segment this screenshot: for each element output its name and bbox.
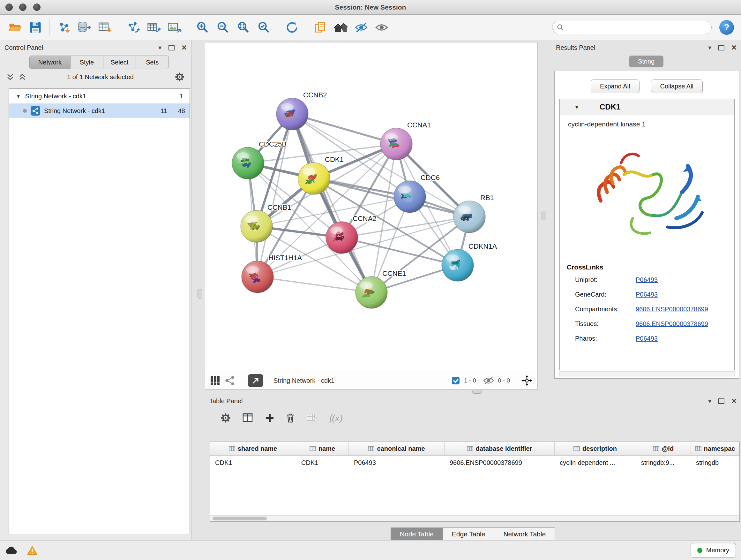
gear-icon[interactable] — [175, 72, 185, 82]
title-bar: Session: New Session — [0, 0, 741, 15]
home-button[interactable] — [332, 17, 350, 38]
results-panel: Results Panel ▾ × String Expand All Coll… — [551, 40, 741, 379]
zoom-in-button[interactable] — [193, 17, 212, 38]
help-button[interactable]: ? — [719, 20, 734, 35]
tab-node-table[interactable]: Node Table — [391, 527, 443, 541]
table-row[interactable]: CDK1 CDK1 P06493 9606.ENSP00000378699 cy… — [210, 455, 739, 470]
disclosure-triangle-icon[interactable]: ▼ — [16, 94, 21, 99]
network-node-CCNB2[interactable]: CCNB2 — [276, 91, 327, 130]
string-results-box: Expand All Collapse All ▼ CDK1 cyclin-de… — [554, 71, 739, 379]
panel-float-icon[interactable] — [718, 45, 724, 51]
tab-string[interactable]: String — [629, 56, 664, 67]
network-node-RB1[interactable]: RB1 — [454, 194, 494, 233]
network-node-CDKN1A[interactable]: CDKN1A — [442, 242, 497, 281]
tab-sets[interactable]: Sets — [136, 56, 169, 69]
memory-button[interactable]: Memory — [690, 543, 736, 558]
grid-view-icon[interactable] — [210, 376, 220, 385]
network-node-CCNB1[interactable]: CCNB1 — [241, 203, 291, 242]
disclosure-triangle-icon[interactable]: ▼ — [575, 105, 579, 110]
column-header[interactable]: @id — [636, 442, 691, 455]
toolbar-separator — [188, 18, 188, 37]
cloud-icon[interactable] — [5, 546, 17, 555]
show-panel-button[interactable] — [373, 17, 391, 38]
collapse-all-button[interactable]: Collapse All — [651, 79, 703, 93]
selected-count: 1 - 0 — [464, 377, 476, 384]
crosslink-link[interactable]: 9606.ENSP00000378699 — [636, 306, 708, 313]
export-image-button[interactable] — [165, 17, 183, 38]
tab-style[interactable]: Style — [71, 56, 104, 69]
column-header[interactable]: name — [296, 442, 349, 455]
protein-description: cyclin-dependent kinase 1 — [560, 115, 734, 128]
hidden-eye-slash-icon[interactable] — [483, 376, 494, 385]
network-tools-button[interactable] — [124, 17, 142, 38]
share-view-icon[interactable] — [225, 376, 234, 385]
refresh-layout-button[interactable] — [283, 17, 301, 38]
save-session-button[interactable] — [26, 17, 45, 38]
save-disk-icon — [28, 20, 43, 35]
panel-float-icon[interactable] — [169, 45, 175, 51]
search-field[interactable] — [552, 21, 712, 34]
panel-float-icon[interactable] — [718, 398, 724, 404]
crosslink-link[interactable]: P06493 — [636, 276, 658, 284]
pan-crosshair-icon[interactable] — [522, 375, 532, 386]
column-icon — [368, 446, 374, 451]
panel-menu-icon[interactable]: ▾ — [158, 44, 161, 51]
network-node-HIST1H1A[interactable]: HIST1H1A — [242, 254, 302, 293]
search-input[interactable] — [567, 23, 707, 31]
copy-button[interactable] — [311, 17, 330, 38]
network-graph[interactable]: CCNB2CCNA1CDC25BCDK1CDC6RB1CCNB1CCNA2CDK… — [205, 43, 537, 372]
column-header[interactable]: shared name — [210, 442, 296, 455]
network-node-CCNA1[interactable]: CCNA1 — [381, 121, 431, 160]
open-session-button[interactable] — [6, 17, 24, 38]
gear-icon[interactable] — [220, 413, 231, 423]
crosslink-link[interactable]: P06493 — [636, 335, 658, 342]
network-node-CDK1[interactable]: CDK1 — [298, 155, 344, 194]
panel-menu-icon[interactable]: ▾ — [708, 44, 711, 51]
column-header[interactable]: namespac — [691, 442, 739, 455]
zoom-out-button[interactable] — [213, 17, 232, 38]
tab-network[interactable]: Network — [30, 56, 71, 69]
table-cell: cyclin-dependent ... — [555, 455, 636, 470]
function-builder-button[interactable]: f(x) — [329, 413, 343, 423]
import-network-from-database-button[interactable] — [75, 17, 93, 38]
hide-panel-button[interactable] — [352, 17, 370, 38]
show-columns-icon[interactable] — [243, 413, 253, 423]
expand-all-icon[interactable] — [18, 73, 26, 80]
warning-icon[interactable] — [27, 546, 38, 555]
zoom-selected-button[interactable] — [254, 17, 273, 38]
import-table-button[interactable] — [95, 17, 114, 38]
scrollbar-thumb[interactable] — [212, 516, 267, 520]
open-in-new-window-button[interactable] — [248, 374, 263, 387]
tab-select[interactable]: Select — [104, 56, 136, 69]
tab-edge-table[interactable]: Edge Table — [443, 527, 495, 541]
panel-close-icon[interactable]: × — [731, 398, 737, 404]
network-collection-row[interactable]: ▼ String Network - cdk1 1 — [9, 89, 190, 104]
protein-entry-header[interactable]: ▼ CDK1 — [560, 99, 734, 115]
column-header[interactable]: description — [555, 442, 636, 455]
import-network-from-file-button[interactable] — [55, 17, 73, 38]
left-splitter-handle[interactable] — [198, 289, 202, 299]
column-header[interactable]: canonical name — [349, 442, 445, 455]
copy-pages-icon — [313, 20, 327, 35]
results-horizontal-scrollbar[interactable] — [559, 371, 735, 376]
selected-checkbox-icon[interactable] — [451, 376, 460, 385]
network-row[interactable]: String Network - cdk1 11 48 — [9, 104, 190, 118]
expand-all-button[interactable]: Expand All — [591, 79, 639, 93]
crosslink-link[interactable]: 9606.ENSP00000378699 — [636, 320, 708, 327]
panel-close-icon[interactable]: × — [731, 44, 737, 51]
collapse-all-icon[interactable] — [6, 73, 14, 80]
network-canvas[interactable]: CCNB2CCNA1CDC25BCDK1CDC6RB1CCNB1CCNA2CDK… — [205, 43, 537, 372]
bottom-splitter-handle[interactable] — [472, 390, 482, 394]
column-header[interactable]: database identifier — [445, 442, 555, 455]
table-horizontal-scrollbar[interactable] — [210, 515, 739, 521]
delete-column-icon[interactable] — [286, 413, 295, 423]
tab-network-table[interactable]: Network Table — [494, 527, 555, 541]
panel-close-icon[interactable]: × — [182, 44, 187, 51]
crosslink-link[interactable]: P06493 — [636, 291, 658, 298]
add-column-icon[interactable] — [265, 413, 274, 423]
zoom-fit-button[interactable] — [234, 17, 253, 38]
right-splitter-handle[interactable] — [542, 211, 546, 220]
export-table-button[interactable] — [144, 17, 163, 38]
edge-count: 48 — [178, 107, 185, 115]
panel-menu-icon[interactable]: ▾ — [708, 397, 711, 405]
